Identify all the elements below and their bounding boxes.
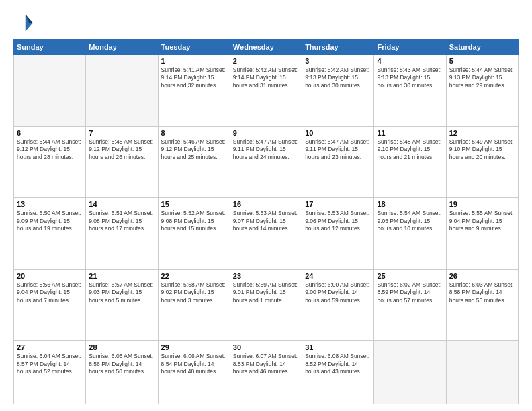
day-number: 28	[89, 343, 154, 351]
calendar-cell	[14, 55, 86, 127]
day-number: 7	[89, 129, 154, 137]
day-info: Sunrise: 5:59 AM Sunset: 9:01 PM Dayligh…	[233, 281, 299, 304]
day-info: Sunrise: 6:06 AM Sunset: 8:54 PM Dayligh…	[161, 353, 227, 375]
calendar-cell: 21Sunrise: 5:57 AM Sunset: 9:03 PM Dayli…	[86, 269, 158, 341]
day-number: 15	[161, 200, 227, 208]
week-row-3: 13Sunrise: 5:50 AM Sunset: 9:09 PM Dayli…	[14, 198, 519, 270]
day-number: 30	[233, 343, 299, 351]
day-number: 11	[377, 129, 443, 137]
day-info: Sunrise: 5:43 AM Sunset: 9:13 PM Dayligh…	[377, 66, 443, 89]
calendar-cell: 26Sunrise: 6:03 AM Sunset: 8:58 PM Dayli…	[446, 269, 518, 341]
day-info: Sunrise: 5:41 AM Sunset: 9:14 PM Dayligh…	[161, 66, 227, 89]
calendar-cell: 3Sunrise: 5:42 AM Sunset: 9:13 PM Daylig…	[302, 55, 374, 127]
day-header-wednesday: Wednesday	[230, 40, 302, 55]
calendar-cell: 13Sunrise: 5:50 AM Sunset: 9:09 PM Dayli…	[14, 198, 86, 270]
page: SundayMondayTuesdayWednesdayThursdayFrid…	[0, 0, 532, 411]
calendar-cell: 17Sunrise: 5:53 AM Sunset: 9:06 PM Dayli…	[302, 198, 374, 270]
day-info: Sunrise: 6:05 AM Sunset: 8:56 PM Dayligh…	[89, 353, 154, 375]
day-info: Sunrise: 5:51 AM Sunset: 9:08 PM Dayligh…	[89, 210, 154, 232]
day-info: Sunrise: 5:44 AM Sunset: 9:13 PM Dayligh…	[449, 66, 515, 89]
day-number: 26	[449, 272, 515, 280]
day-number: 16	[233, 200, 299, 208]
day-number: 5	[449, 57, 515, 65]
day-number: 12	[449, 129, 515, 137]
day-info: Sunrise: 6:07 AM Sunset: 8:53 PM Dayligh…	[233, 353, 299, 375]
calendar-cell: 4Sunrise: 5:43 AM Sunset: 9:13 PM Daylig…	[374, 55, 446, 127]
calendar-cell: 18Sunrise: 5:54 AM Sunset: 9:05 PM Dayli…	[374, 198, 446, 270]
day-number: 29	[161, 343, 227, 351]
calendar-cell: 25Sunrise: 6:02 AM Sunset: 8:59 PM Dayli…	[374, 269, 446, 341]
calendar-cell: 24Sunrise: 6:00 AM Sunset: 9:00 PM Dayli…	[302, 269, 374, 341]
day-header-row: SundayMondayTuesdayWednesdayThursdayFrid…	[14, 40, 519, 55]
day-info: Sunrise: 6:04 AM Sunset: 8:57 PM Dayligh…	[17, 353, 83, 375]
day-header-monday: Monday	[86, 40, 158, 55]
calendar-cell: 1Sunrise: 5:41 AM Sunset: 9:14 PM Daylig…	[158, 55, 230, 127]
day-number: 22	[161, 272, 227, 280]
day-number: 17	[305, 200, 371, 208]
day-info: Sunrise: 5:46 AM Sunset: 9:12 PM Dayligh…	[161, 138, 227, 161]
calendar-table: SundayMondayTuesdayWednesdayThursdayFrid…	[13, 39, 519, 404]
day-number: 4	[377, 57, 443, 65]
header	[13, 12, 519, 34]
day-info: Sunrise: 5:53 AM Sunset: 9:06 PM Dayligh…	[305, 210, 371, 232]
calendar-cell: 27Sunrise: 6:04 AM Sunset: 8:57 PM Dayli…	[14, 341, 86, 404]
calendar-cell: 15Sunrise: 5:52 AM Sunset: 9:08 PM Dayli…	[158, 198, 230, 270]
day-number: 18	[377, 200, 443, 208]
day-number: 19	[449, 200, 515, 208]
calendar-cell: 20Sunrise: 5:56 AM Sunset: 9:04 PM Dayli…	[14, 269, 86, 341]
calendar-cell: 6Sunrise: 5:44 AM Sunset: 9:12 PM Daylig…	[14, 126, 86, 198]
day-number: 24	[305, 272, 371, 280]
calendar-cell: 8Sunrise: 5:46 AM Sunset: 9:12 PM Daylig…	[158, 126, 230, 198]
day-info: Sunrise: 5:49 AM Sunset: 9:10 PM Dayligh…	[449, 138, 515, 161]
calendar-cell: 19Sunrise: 5:55 AM Sunset: 9:04 PM Dayli…	[446, 198, 518, 270]
calendar-cell: 5Sunrise: 5:44 AM Sunset: 9:13 PM Daylig…	[446, 55, 518, 127]
day-info: Sunrise: 5:48 AM Sunset: 9:10 PM Dayligh…	[377, 138, 443, 161]
day-number: 13	[17, 200, 83, 208]
day-header-tuesday: Tuesday	[158, 40, 230, 55]
day-info: Sunrise: 5:57 AM Sunset: 9:03 PM Dayligh…	[89, 281, 154, 304]
day-number: 21	[89, 272, 154, 280]
day-number: 1	[161, 57, 227, 65]
calendar-cell: 12Sunrise: 5:49 AM Sunset: 9:10 PM Dayli…	[446, 126, 518, 198]
calendar-cell: 2Sunrise: 5:42 AM Sunset: 9:14 PM Daylig…	[230, 55, 302, 127]
calendar-cell	[374, 341, 446, 404]
day-number: 9	[233, 129, 299, 137]
week-row-5: 27Sunrise: 6:04 AM Sunset: 8:57 PM Dayli…	[14, 341, 519, 404]
day-number: 2	[233, 57, 299, 65]
calendar-cell: 10Sunrise: 5:47 AM Sunset: 9:11 PM Dayli…	[302, 126, 374, 198]
calendar-cell: 16Sunrise: 5:53 AM Sunset: 9:07 PM Dayli…	[230, 198, 302, 270]
day-number: 10	[305, 129, 371, 137]
day-number: 3	[305, 57, 371, 65]
day-info: Sunrise: 5:45 AM Sunset: 9:12 PM Dayligh…	[89, 138, 154, 161]
day-info: Sunrise: 5:47 AM Sunset: 9:11 PM Dayligh…	[305, 138, 371, 161]
day-header-friday: Friday	[374, 40, 446, 55]
day-header-saturday: Saturday	[446, 40, 518, 55]
calendar-cell	[446, 341, 518, 404]
day-info: Sunrise: 5:56 AM Sunset: 9:04 PM Dayligh…	[17, 281, 83, 304]
day-number: 31	[305, 343, 371, 351]
day-header-sunday: Sunday	[14, 40, 86, 55]
logo	[13, 12, 38, 34]
day-number: 23	[233, 272, 299, 280]
day-info: Sunrise: 6:08 AM Sunset: 8:52 PM Dayligh…	[305, 353, 371, 375]
week-row-4: 20Sunrise: 5:56 AM Sunset: 9:04 PM Dayli…	[14, 269, 519, 341]
calendar-cell: 14Sunrise: 5:51 AM Sunset: 9:08 PM Dayli…	[86, 198, 158, 270]
day-number: 25	[377, 272, 443, 280]
day-info: Sunrise: 6:00 AM Sunset: 9:00 PM Dayligh…	[305, 281, 371, 304]
day-info: Sunrise: 5:54 AM Sunset: 9:05 PM Dayligh…	[377, 210, 443, 232]
day-number: 20	[17, 272, 83, 280]
day-info: Sunrise: 6:02 AM Sunset: 8:59 PM Dayligh…	[377, 281, 443, 304]
calendar-cell: 23Sunrise: 5:59 AM Sunset: 9:01 PM Dayli…	[230, 269, 302, 341]
day-info: Sunrise: 5:55 AM Sunset: 9:04 PM Dayligh…	[449, 210, 515, 232]
day-info: Sunrise: 5:50 AM Sunset: 9:09 PM Dayligh…	[17, 210, 83, 232]
calendar-cell	[86, 55, 158, 127]
calendar-cell: 11Sunrise: 5:48 AM Sunset: 9:10 PM Dayli…	[374, 126, 446, 198]
day-header-thursday: Thursday	[302, 40, 374, 55]
day-info: Sunrise: 5:42 AM Sunset: 9:13 PM Dayligh…	[305, 66, 371, 89]
logo-icon	[13, 12, 35, 34]
day-info: Sunrise: 5:53 AM Sunset: 9:07 PM Dayligh…	[233, 210, 299, 232]
day-info: Sunrise: 5:58 AM Sunset: 9:02 PM Dayligh…	[161, 281, 227, 304]
calendar-cell: 30Sunrise: 6:07 AM Sunset: 8:53 PM Dayli…	[230, 341, 302, 404]
calendar-cell: 28Sunrise: 6:05 AM Sunset: 8:56 PM Dayli…	[86, 341, 158, 404]
calendar-cell: 31Sunrise: 6:08 AM Sunset: 8:52 PM Dayli…	[302, 341, 374, 404]
